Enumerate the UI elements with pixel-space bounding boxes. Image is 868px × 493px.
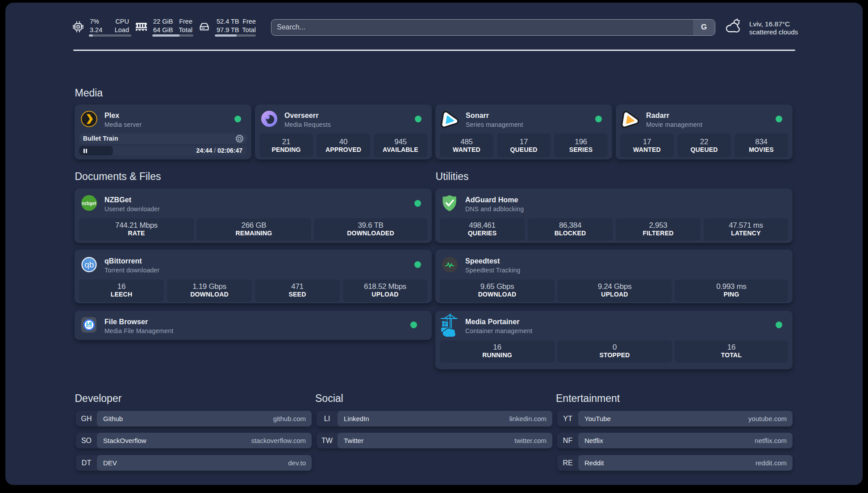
svg-text:qb: qb xyxy=(84,260,94,269)
svg-text:nzbget: nzbget xyxy=(82,201,96,206)
